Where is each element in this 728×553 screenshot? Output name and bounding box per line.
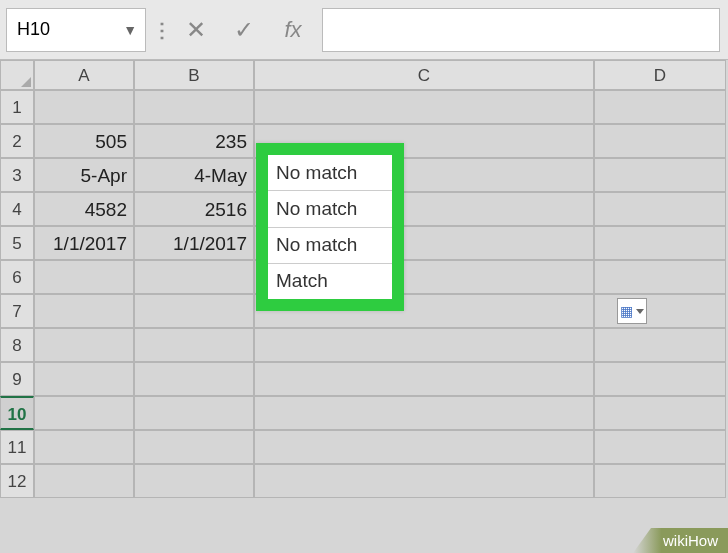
cell[interactable]: 235 (134, 124, 254, 158)
col-header-B[interactable]: B (134, 60, 254, 90)
fx-icon[interactable]: fx (268, 8, 318, 52)
col-header-A[interactable]: A (34, 60, 134, 90)
col-header-C[interactable]: C (254, 60, 594, 90)
result-cell[interactable]: No match (268, 155, 392, 191)
divider-icon: ⋮ (152, 18, 172, 42)
cell[interactable]: 5-Apr (34, 158, 134, 192)
cell[interactable] (254, 464, 594, 498)
row-header[interactable]: 9 (0, 362, 34, 396)
row-header[interactable]: 2 (0, 124, 34, 158)
row-header[interactable]: 10 (0, 396, 34, 430)
select-all-corner[interactable] (0, 60, 34, 90)
cell[interactable] (594, 192, 726, 226)
cell[interactable] (134, 430, 254, 464)
cell[interactable] (594, 260, 726, 294)
cell[interactable] (254, 328, 594, 362)
cell[interactable] (594, 294, 726, 328)
row-header[interactable]: 4 (0, 192, 34, 226)
cell[interactable] (254, 396, 594, 430)
row-header[interactable]: 1 (0, 90, 34, 124)
cell[interactable] (134, 362, 254, 396)
row-header[interactable]: 8 (0, 328, 34, 362)
row-header[interactable]: 11 (0, 430, 34, 464)
cell[interactable] (134, 396, 254, 430)
cell[interactable] (594, 396, 726, 430)
cell[interactable] (34, 260, 134, 294)
cell[interactable] (254, 430, 594, 464)
cell[interactable] (594, 124, 726, 158)
cell[interactable]: 1/1/2017 (34, 226, 134, 260)
formula-bar: H10 ▼ ⋮ ✕ ✓ fx (0, 0, 728, 60)
watermark: wikiHow (633, 528, 728, 553)
cell[interactable] (34, 430, 134, 464)
cell[interactable] (34, 464, 134, 498)
cell[interactable]: 4-May (134, 158, 254, 192)
autofill-options-icon[interactable]: ▦ (617, 298, 647, 324)
chevron-down-icon[interactable]: ▼ (123, 22, 137, 38)
cell[interactable] (594, 158, 726, 192)
name-box-value: H10 (17, 19, 50, 40)
cell[interactable] (134, 294, 254, 328)
row-header[interactable]: 6 (0, 260, 34, 294)
name-box[interactable]: H10 ▼ (6, 8, 146, 52)
cell[interactable] (34, 294, 134, 328)
cell[interactable] (594, 464, 726, 498)
result-cell[interactable]: No match (268, 228, 392, 264)
row-header[interactable]: 12 (0, 464, 34, 498)
cell[interactable] (134, 328, 254, 362)
cell[interactable] (254, 90, 594, 124)
cell[interactable] (134, 90, 254, 124)
cell[interactable] (594, 226, 726, 260)
cell[interactable] (34, 328, 134, 362)
row-header[interactable]: 7 (0, 294, 34, 328)
col-header-D[interactable]: D (594, 60, 726, 90)
cell[interactable] (34, 396, 134, 430)
row-header[interactable]: 5 (0, 226, 34, 260)
cell[interactable] (594, 328, 726, 362)
cell[interactable]: 4582 (34, 192, 134, 226)
cell[interactable] (34, 90, 134, 124)
cell[interactable] (134, 260, 254, 294)
cell[interactable] (134, 464, 254, 498)
cell[interactable] (594, 90, 726, 124)
cell[interactable]: 505 (34, 124, 134, 158)
result-cell[interactable]: Match (268, 264, 392, 299)
formula-input[interactable] (322, 8, 720, 52)
cell[interactable] (594, 362, 726, 396)
result-highlight: No match No match No match Match (256, 143, 404, 311)
row-header[interactable]: 3 (0, 158, 34, 192)
cell[interactable]: 2516 (134, 192, 254, 226)
cell[interactable] (254, 362, 594, 396)
cell[interactable] (594, 430, 726, 464)
cancel-formula-icon[interactable]: ✕ (174, 8, 218, 52)
result-cell[interactable]: No match (268, 191, 392, 227)
autofill-glyph: ▦ (620, 303, 633, 319)
cell[interactable]: 1/1/2017 (134, 226, 254, 260)
cell[interactable] (34, 362, 134, 396)
enter-formula-icon[interactable]: ✓ (222, 8, 266, 52)
